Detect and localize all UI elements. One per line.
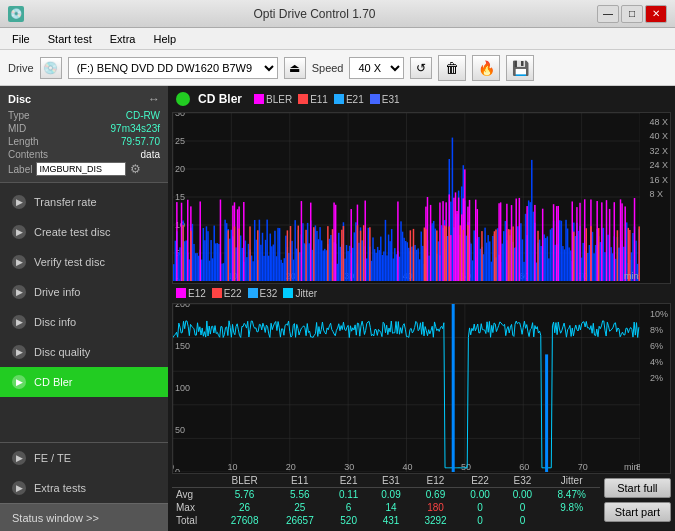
- chart-top-canvas: [173, 113, 640, 281]
- row-max-label: Max: [172, 501, 217, 514]
- drive-icon: 💿: [40, 57, 62, 79]
- row-avg-e31: 0.09: [370, 488, 412, 502]
- start-full-button[interactable]: Start full: [604, 478, 671, 498]
- table-row-max: Max 26 25 6 14 180 0 0 9.8%: [172, 501, 600, 514]
- row-avg-e32: 0.00: [501, 488, 543, 502]
- row-max-jitter: 9.8%: [544, 501, 600, 514]
- sidebar-item-drive-info[interactable]: ▶ Drive info: [0, 277, 168, 307]
- disc-label-input[interactable]: [36, 162, 126, 176]
- row-total-bler: 27608: [217, 514, 272, 527]
- start-part-button[interactable]: Start part: [604, 502, 671, 522]
- maximize-button[interactable]: □: [621, 5, 643, 23]
- stats-table: BLER E11 E21 E31 E12 E22 E32 Jitter Avg: [172, 474, 600, 527]
- sidebar-item-verify-test-disc[interactable]: ▶ Verify test disc: [0, 247, 168, 277]
- refresh-button[interactable]: ↺: [410, 57, 432, 79]
- status-window-button[interactable]: Status window >>: [0, 503, 168, 531]
- row-total-e22: 0: [459, 514, 501, 527]
- gear-icon[interactable]: ⚙: [130, 162, 141, 176]
- col-header-e21: E21: [327, 474, 369, 488]
- menu-extra[interactable]: Extra: [102, 31, 144, 47]
- bottom-right-axis: 10%8%6%4%2%: [650, 306, 668, 387]
- chart-top-container: 48 X40 X32 X24 X16 X8 X: [172, 112, 671, 284]
- legend-e22: E22: [212, 288, 242, 299]
- bottom-nav: ▶ FE / TE ▶ Extra tests Status window >>: [0, 442, 168, 531]
- sidebar-item-disc-quality[interactable]: ▶ Disc quality: [0, 337, 168, 367]
- title-bar: 💿 Opti Drive Control 1.70 — □ ✕: [0, 0, 675, 28]
- charts-area: 48 X40 X32 X24 X16 X8 X E12 E22 E32: [172, 112, 671, 474]
- legend-e11-color: [298, 94, 308, 104]
- col-header-label: [172, 474, 217, 488]
- cd-bler-header-icon: [176, 92, 190, 106]
- sidebar-item-cd-bler[interactable]: ▶ CD Bler: [0, 367, 168, 397]
- disc-type-label: Type: [8, 110, 30, 121]
- status-window-label: Status window >>: [12, 512, 99, 524]
- menu-file[interactable]: File: [4, 31, 38, 47]
- drive-info-label: Drive info: [34, 286, 80, 298]
- row-avg-bler: 5.76: [217, 488, 272, 502]
- legend-e21: E21: [334, 94, 364, 105]
- sidebar-item-extra-tests[interactable]: ▶ Extra tests: [0, 473, 168, 503]
- row-max-e22: 0: [459, 501, 501, 514]
- col-header-e22: E22: [459, 474, 501, 488]
- right-panel: CD Bler BLER E11 E21 E31: [168, 86, 675, 531]
- window-controls: — □ ✕: [597, 5, 667, 23]
- row-total-e31: 431: [370, 514, 412, 527]
- table-row-avg: Avg 5.76 5.56 0.11 0.09 0.69 0.00 0.00 8…: [172, 488, 600, 502]
- minimize-button[interactable]: —: [597, 5, 619, 23]
- disc-info-icon: ▶: [12, 315, 26, 329]
- disc-label-label: Label: [8, 164, 32, 175]
- sidebar-item-transfer-rate[interactable]: ▶ Transfer rate: [0, 187, 168, 217]
- menu-help[interactable]: Help: [145, 31, 184, 47]
- disc-length-label: Length: [8, 136, 39, 147]
- row-total-e21: 520: [327, 514, 369, 527]
- row-avg-e22: 0.00: [459, 488, 501, 502]
- row-max-e12: 180: [412, 501, 459, 514]
- disc-mid-value: 97m34s23f: [111, 123, 160, 134]
- legend-e32-color: [248, 288, 258, 298]
- disc-arrow-icon[interactable]: ↔: [148, 92, 160, 106]
- transfer-rate-label: Transfer rate: [34, 196, 97, 208]
- drive-label: Drive: [8, 62, 34, 74]
- cd-bler-label: CD Bler: [34, 376, 73, 388]
- create-test-icon: ▶: [12, 225, 26, 239]
- chart-header: CD Bler BLER E11 E21 E31: [172, 90, 671, 108]
- row-avg-e21: 0.11: [327, 488, 369, 502]
- stats-row: BLER E11 E21 E31 E12 E22 E32 Jitter Avg: [172, 474, 671, 527]
- sidebar-item-create-test-disc[interactable]: ▶ Create test disc: [0, 217, 168, 247]
- legend-jitter-color: [283, 288, 293, 298]
- row-total-jitter: [544, 514, 600, 527]
- close-button[interactable]: ✕: [645, 5, 667, 23]
- legend-e22-color: [212, 288, 222, 298]
- save-button[interactable]: 💾: [506, 55, 534, 81]
- col-header-bler: BLER: [217, 474, 272, 488]
- burn-button[interactable]: 🔥: [472, 55, 500, 81]
- extra-tests-icon: ▶: [12, 481, 26, 495]
- legend-e12: E12: [176, 288, 206, 299]
- row-avg-e11: 5.56: [272, 488, 327, 502]
- drive-info-icon: ▶: [12, 285, 26, 299]
- extra-tests-label: Extra tests: [34, 482, 86, 494]
- top-right-axis: 48 X40 X32 X24 X16 X8 X: [649, 115, 668, 201]
- verify-test-label: Verify test disc: [34, 256, 105, 268]
- speed-label: Speed: [312, 62, 344, 74]
- transfer-rate-icon: ▶: [12, 195, 26, 209]
- col-header-jitter: Jitter: [544, 474, 600, 488]
- legend-e12-color: [176, 288, 186, 298]
- chart-bottom-canvas: [173, 304, 640, 472]
- sidebar-item-disc-info[interactable]: ▶ Disc info: [0, 307, 168, 337]
- menu-start-test[interactable]: Start test: [40, 31, 100, 47]
- disc-quality-icon: ▶: [12, 345, 26, 359]
- sidebar-item-fe-te[interactable]: ▶ FE / TE: [0, 443, 168, 473]
- speed-select[interactable]: 40 X: [349, 57, 404, 79]
- legend-e32: E32: [248, 288, 278, 299]
- legend-bler: BLER: [254, 94, 292, 105]
- legend-jitter: Jitter: [283, 288, 317, 299]
- chart-title: CD Bler: [198, 92, 242, 106]
- row-total-e32: 0: [501, 514, 543, 527]
- drive-select[interactable]: (F:) BENQ DVD DD DW1620 B7W9: [68, 57, 278, 79]
- disc-type-value: CD-RW: [126, 110, 160, 121]
- disc-section-title: Disc: [8, 93, 31, 105]
- eject-button[interactable]: ⏏: [284, 57, 306, 79]
- erase-button[interactable]: 🗑: [438, 55, 466, 81]
- menu-bar: File Start test Extra Help: [0, 28, 675, 50]
